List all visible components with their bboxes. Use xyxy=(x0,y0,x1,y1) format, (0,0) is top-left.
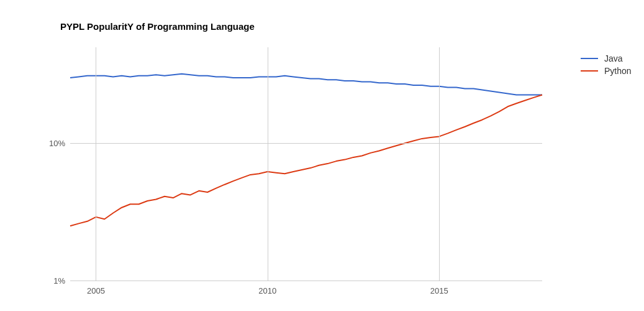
series-line-java xyxy=(70,74,542,95)
x-axis-tick-label: 2005 xyxy=(87,286,105,295)
x-axis-tick-label: 2015 xyxy=(430,286,448,295)
y-axis-tick-label: 1% xyxy=(34,276,65,285)
chart-title: PYPL PopularitY of Programming Language xyxy=(60,21,255,32)
chart-svg xyxy=(70,47,542,281)
legend-swatch-python xyxy=(581,70,598,72)
legend-item-python: Python xyxy=(581,66,632,76)
gridline-vertical xyxy=(96,47,96,281)
y-axis-tick-label: 10% xyxy=(34,139,65,148)
gridline-vertical xyxy=(268,47,268,281)
gridline-vertical xyxy=(439,47,440,281)
plot-area xyxy=(70,47,542,281)
legend: Java Python xyxy=(581,53,632,78)
gridline-horizontal xyxy=(70,281,542,281)
gridline-horizontal xyxy=(70,143,542,144)
series-line-python xyxy=(70,95,542,226)
legend-label: Java xyxy=(604,53,623,63)
legend-item-java: Java xyxy=(581,53,632,63)
legend-swatch-java xyxy=(581,58,598,59)
legend-label: Python xyxy=(604,66,632,76)
x-axis-tick-label: 2010 xyxy=(258,286,276,295)
